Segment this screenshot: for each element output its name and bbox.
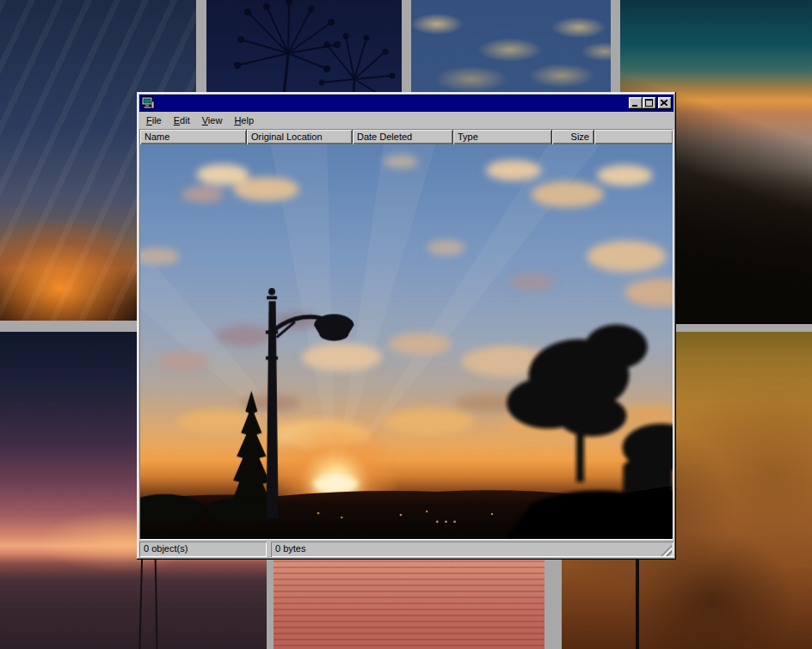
status-bar: 0 object(s) 0 bytes (139, 540, 674, 557)
sunset-lamp-photo-graphic (140, 144, 673, 539)
window-controls (629, 97, 672, 109)
column-header-type[interactable]: Type (453, 130, 552, 144)
window-titlebar[interactable] (139, 95, 674, 112)
maximize-button[interactable] (643, 97, 656, 109)
recycle-bin-window: File Edit View Help Name Original Locati… (137, 92, 676, 560)
menu-bar: File Edit View Help (139, 112, 674, 129)
minimize-icon (632, 105, 637, 107)
sunset-lamp-photo[interactable] (140, 144, 673, 539)
column-header-size[interactable]: Size (552, 130, 594, 144)
menu-help[interactable]: Help (228, 113, 260, 127)
desktop: File Edit View Help Name Original Locati… (0, 0, 812, 649)
column-header-row: Name Original Location Date Deleted Type… (140, 130, 673, 144)
computer-icon (141, 96, 155, 110)
menu-view[interactable]: View (196, 113, 229, 127)
minimize-button[interactable] (629, 97, 643, 109)
status-size: 0 bytes (271, 542, 674, 557)
close-button[interactable] (658, 97, 672, 109)
column-header-name[interactable]: Name (140, 130, 247, 144)
close-icon (661, 100, 667, 106)
status-object-count: 0 object(s) (139, 542, 267, 557)
column-header-date-deleted[interactable]: Date Deleted (353, 130, 453, 144)
maximize-icon (645, 99, 653, 107)
file-list-view[interactable]: Name Original Location Date Deleted Type… (139, 129, 674, 540)
column-header-blank[interactable] (594, 130, 673, 144)
menu-file[interactable]: File (140, 113, 168, 127)
menu-edit[interactable]: Edit (168, 113, 196, 127)
column-header-original-location[interactable]: Original Location (247, 130, 353, 144)
